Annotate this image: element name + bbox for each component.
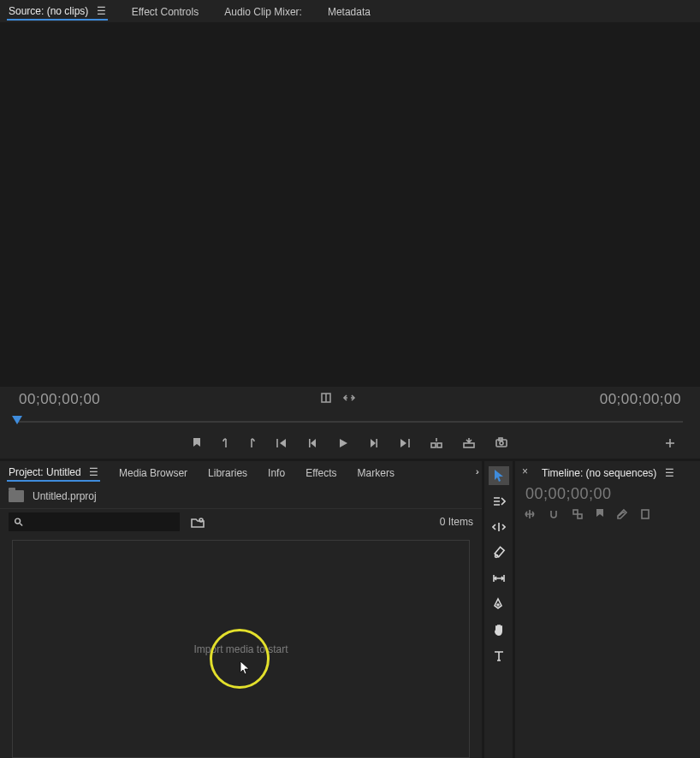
svg-point-16	[199, 518, 203, 522]
project-items-count: 0 Items	[440, 516, 473, 528]
project-empty-hint: Import media to start	[193, 643, 288, 655]
tab-effect-controls[interactable]: Effect Controls	[130, 1, 200, 20]
tab-label: Markers	[358, 467, 394, 479]
tab-effects[interactable]: Effects	[304, 462, 338, 481]
timeline-option-row	[515, 506, 700, 523]
project-file-name: Untitled.prproj	[33, 490, 97, 502]
timeline-settings-icon[interactable]	[616, 508, 628, 523]
timeline-timecode[interactable]: 00;00;00;00	[515, 483, 700, 506]
add-marker-icon[interactable]	[192, 437, 202, 452]
step-forward-icon[interactable]	[368, 438, 378, 451]
svg-point-14	[15, 518, 21, 524]
svg-rect-24	[642, 510, 649, 518]
timeline-display-icon[interactable]	[640, 508, 650, 523]
panel-menu-icon[interactable]: ☰	[665, 465, 674, 481]
timeline-tab-row: × Timeline: (no sequences) ☰	[515, 461, 700, 483]
hand-tool[interactable]	[489, 620, 509, 639]
settings-icon[interactable]	[320, 391, 332, 408]
track-select-tool[interactable]	[489, 492, 509, 511]
tab-label: Audio Clip Mixer:	[224, 6, 302, 18]
step-back-icon[interactable]	[308, 438, 318, 451]
project-bin-area[interactable]: Import media to start	[12, 540, 470, 758]
search-icon	[14, 517, 23, 527]
export-frame-icon[interactable]	[495, 437, 508, 451]
slip-tool[interactable]	[489, 569, 509, 588]
tools-toolbar	[484, 459, 515, 758]
snap-icon[interactable]	[548, 508, 560, 523]
tab-media-browser[interactable]: Media Browser	[117, 462, 189, 481]
tab-info[interactable]: Info	[266, 462, 287, 481]
play-icon[interactable]	[337, 437, 349, 452]
insert-icon[interactable]	[430, 437, 443, 452]
tab-label: Media Browser	[119, 467, 187, 479]
panel-menu-icon[interactable]: ☰	[89, 465, 98, 480]
svg-point-21	[497, 604, 499, 606]
tab-markers[interactable]: Markers	[356, 462, 396, 481]
project-file-icon	[9, 490, 24, 502]
tab-label: Effects	[306, 467, 336, 479]
go-to-in-icon[interactable]	[276, 438, 289, 451]
tutorial-highlight-ring	[210, 629, 270, 689]
pen-tool[interactable]	[489, 595, 509, 613]
tab-label: Libraries	[208, 467, 247, 479]
linked-selection-icon[interactable]	[572, 508, 584, 523]
ripple-edit-tool[interactable]	[489, 518, 509, 536]
add-marker-icon[interactable]	[596, 508, 604, 523]
project-search-row: 0 Items	[0, 509, 482, 535]
source-timecode-left[interactable]: 00;00;00;00	[19, 391, 100, 408]
insert-sequence-icon[interactable]	[524, 508, 536, 523]
tab-label: Info	[268, 467, 285, 479]
svg-rect-23	[578, 514, 582, 518]
source-viewer[interactable]	[0, 22, 700, 387]
new-bin-button[interactable]	[188, 512, 207, 531]
tab-source[interactable]: Source: (no clips) ☰	[7, 0, 108, 21]
tab-label: Source: (no clips)	[9, 5, 88, 17]
razor-tool[interactable]	[489, 543, 509, 562]
timeline-panel: × Timeline: (no sequences) ☰ 00;00;00;00	[515, 459, 700, 758]
tab-label: Metadata	[328, 6, 371, 18]
source-time-ruler[interactable]	[0, 414, 700, 429]
project-tab-row: Project: Untitled ☰ Media Browser Librar…	[0, 461, 482, 483]
overflow-chevrons-icon[interactable]: ››	[476, 466, 477, 477]
fit-icon[interactable]	[342, 391, 356, 408]
tab-project[interactable]: Project: Untitled ☰	[7, 461, 100, 482]
button-editor-icon[interactable]	[664, 437, 676, 452]
source-panel: Source: (no clips) ☰ Effect Controls Aud…	[0, 0, 700, 459]
project-header: Untitled.prproj	[0, 483, 482, 509]
svg-line-15	[20, 524, 22, 526]
close-icon[interactable]: ×	[522, 465, 528, 477]
svg-rect-7	[437, 443, 442, 447]
go-to-out-icon[interactable]	[397, 438, 411, 451]
overwrite-icon[interactable]	[462, 437, 476, 452]
svg-rect-4	[376, 439, 377, 447]
mark-in-icon[interactable]	[221, 437, 229, 452]
project-panel: Project: Untitled ☰ Media Browser Librar…	[0, 459, 484, 758]
cursor-arrow-icon	[240, 660, 252, 676]
tab-libraries[interactable]: Libraries	[206, 462, 249, 481]
source-transport-bar	[0, 429, 700, 459]
tab-timeline[interactable]: Timeline: (no sequences) ☰	[540, 462, 676, 481]
svg-rect-8	[464, 443, 474, 447]
source-time-row: 00;00;00;00 00;00;00;00	[0, 387, 700, 412]
svg-point-10	[500, 441, 503, 445]
tab-audio-clip-mixer[interactable]: Audio Clip Mixer:	[222, 1, 304, 20]
playhead-indicator[interactable]	[12, 416, 22, 424]
tab-label: Project: Untitled	[9, 466, 81, 478]
search-input[interactable]	[27, 516, 175, 528]
svg-rect-3	[309, 439, 311, 447]
panel-menu-icon[interactable]: ☰	[97, 3, 106, 19]
project-search-field[interactable]	[9, 512, 180, 531]
source-timecode-right[interactable]: 00;00;00;00	[600, 391, 681, 408]
type-tool[interactable]	[489, 646, 509, 665]
mark-out-icon[interactable]	[248, 437, 257, 452]
tab-label: Effect Controls	[132, 6, 199, 18]
svg-rect-6	[431, 443, 436, 447]
tab-label: Timeline: (no sequences)	[542, 467, 656, 479]
source-tab-row: Source: (no clips) ☰ Effect Controls Aud…	[0, 0, 700, 22]
selection-tool[interactable]	[489, 466, 509, 485]
svg-point-18	[495, 555, 497, 558]
tab-metadata[interactable]: Metadata	[326, 1, 372, 20]
